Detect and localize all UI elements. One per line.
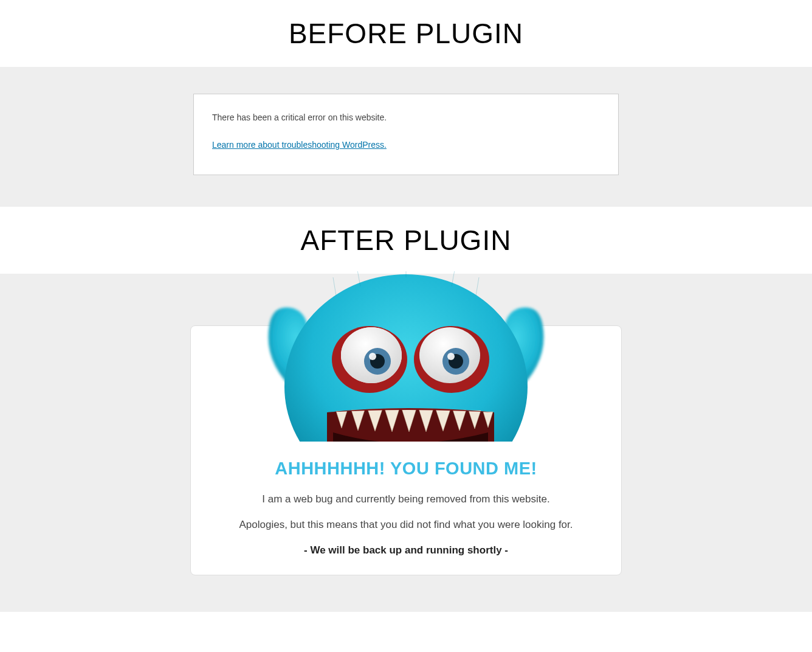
svg-point-12 [369,353,376,360]
svg-point-16 [447,353,455,360]
monster-image [191,299,621,442]
before-area: There has been a critical error on this … [0,67,812,207]
before-card: There has been a critical error on this … [193,94,619,175]
svg-line-5 [476,277,479,296]
after-title: AFTER PLUGIN [0,207,812,274]
after-heading: AHHHHHHH! YOU FOUND ME! [191,459,621,479]
after-area: AHHHHHHH! YOU FOUND ME! I am a web bug a… [0,274,812,612]
svg-line-1 [333,277,336,296]
after-card: AHHHHHHH! YOU FOUND ME! I am a web bug a… [190,325,622,575]
learn-more-link[interactable]: Learn more about troubleshooting WordPre… [212,140,387,150]
before-title: BEFORE PLUGIN [0,0,812,67]
monster-icon [227,271,585,442]
after-line2: Apologies, but this means that you did n… [191,519,621,531]
critical-error-text: There has been a critical error on this … [212,113,600,122]
after-line3: - We will be back up and running shortly… [191,544,621,557]
after-line1: I am a web bug and currently being remov… [191,493,621,505]
